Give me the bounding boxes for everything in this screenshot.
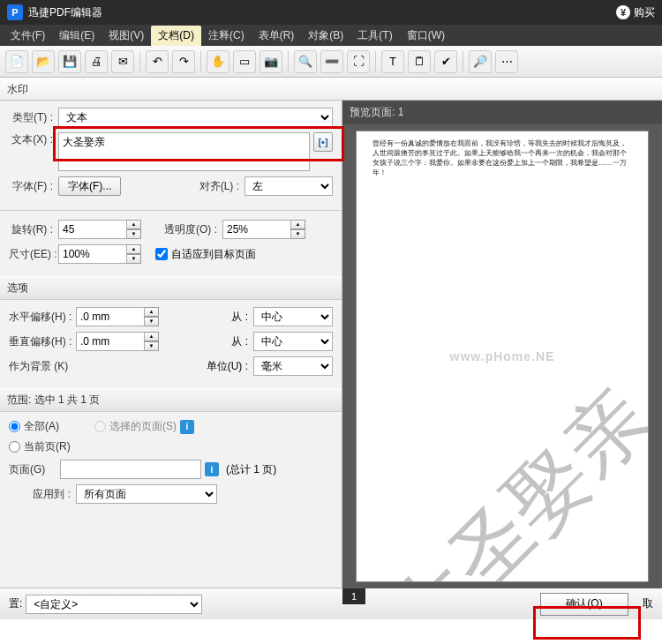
toolbar-mail-icon[interactable]: ✉ bbox=[111, 50, 134, 73]
size-label: 尺寸(EE) : bbox=[9, 247, 53, 262]
toolbar-print-icon[interactable]: 🖨 bbox=[85, 50, 108, 73]
opacity-spinner[interactable]: ▲▼ bbox=[222, 220, 305, 239]
toolbar-text-icon[interactable]: T bbox=[381, 50, 404, 73]
info-icon[interactable]: i bbox=[205, 462, 219, 476]
vfrom-select[interactable]: 中心 bbox=[253, 332, 333, 351]
toolbar-stamp-icon[interactable]: ✔ bbox=[434, 50, 457, 73]
font-button[interactable]: 字体(F)... bbox=[58, 176, 121, 196]
range-all-radio[interactable]: 全部(A) bbox=[9, 419, 59, 434]
hoffset-spinner[interactable]: ▲▼ bbox=[76, 307, 159, 326]
applyto-label: 应用到 : bbox=[9, 487, 71, 502]
toolbar-snap-icon[interactable]: 📷 bbox=[260, 50, 282, 73]
align-label: 对齐(L) : bbox=[195, 179, 239, 194]
toolbar-new-icon[interactable]: 📄 bbox=[5, 50, 28, 73]
rotate-input[interactable] bbox=[58, 220, 127, 239]
preset-select[interactable]: <自定义> bbox=[26, 595, 202, 614]
opacity-label: 透明度(O) : bbox=[155, 222, 217, 237]
type-label: 类型(T) : bbox=[9, 110, 53, 125]
voffset-label: 垂直偏移(H) : bbox=[9, 334, 71, 349]
voffset-spinner[interactable]: ▲▼ bbox=[76, 332, 159, 351]
toolbar-redo-icon[interactable]: ↷ bbox=[172, 50, 195, 73]
menu-object[interactable]: 对象(B) bbox=[301, 26, 350, 46]
preview-panel: 预览页面: 1 曾经有一份真诚的爱情放在我面前，我没有珍惜，等我失去的时候我才后… bbox=[342, 101, 662, 588]
info-icon[interactable]: i bbox=[180, 420, 194, 434]
preview-title: 预览页面: 1 bbox=[342, 101, 662, 124]
menu-form[interactable]: 表单(R) bbox=[252, 26, 302, 46]
currency-icon: ¥ bbox=[616, 5, 630, 19]
page-preview: 曾经有一份真诚的爱情放在我面前，我没有珍惜，等我失去的时候我才后悔莫及，人世间最… bbox=[357, 131, 648, 581]
toolbar-save-icon[interactable]: 💾 bbox=[58, 50, 81, 73]
pages-input[interactable] bbox=[60, 460, 201, 479]
vfrom-label: 从 : bbox=[231, 334, 248, 349]
text-label: 文本(X) : bbox=[9, 132, 53, 147]
toolbar-undo-icon[interactable]: ↶ bbox=[146, 50, 169, 73]
menu-view[interactable]: 视图(V) bbox=[102, 26, 151, 46]
rotate-label: 旋转(R) : bbox=[9, 222, 53, 237]
range-current-radio[interactable]: 当前页(R) bbox=[9, 439, 71, 454]
watermark-text: 大圣娶亲 bbox=[368, 366, 648, 581]
text-input[interactable]: 大圣娶亲 bbox=[58, 132, 310, 171]
toolbar-search-icon[interactable]: 🔎 bbox=[469, 50, 492, 73]
menubar: 文件(F) 编辑(E) 视图(V) 文档(D) 注释(C) 表单(R) 对象(B… bbox=[0, 25, 662, 46]
cancel-button[interactable]: 取 bbox=[643, 596, 653, 611]
toolbar-more-icon[interactable]: ⋯ bbox=[495, 50, 518, 73]
toolbar-hand-icon[interactable]: ✋ bbox=[207, 50, 229, 73]
font-label: 字体(F) : bbox=[9, 179, 53, 194]
unit-label: 单位(U) : bbox=[207, 359, 248, 374]
hfrom-select[interactable]: 中心 bbox=[253, 307, 333, 326]
center-watermark: www.pHome.NE bbox=[450, 349, 555, 363]
footer: 置: <自定义> 确认(O) 取 bbox=[0, 588, 662, 619]
hoffset-label: 水平偏移(H) : bbox=[9, 310, 71, 325]
pages-label: 页面(G) bbox=[9, 462, 55, 477]
app-title: 迅捷PDF编辑器 bbox=[28, 5, 102, 20]
unit-select[interactable]: 毫米 bbox=[253, 356, 333, 376]
options-title: 选项 bbox=[0, 276, 342, 300]
align-select[interactable]: 左 bbox=[244, 176, 333, 196]
macro-button[interactable]: [•] bbox=[313, 132, 333, 152]
type-select[interactable]: 文本 bbox=[58, 108, 333, 127]
hfrom-label: 从 : bbox=[231, 310, 248, 325]
menu-comment[interactable]: 注释(C) bbox=[201, 26, 252, 46]
opacity-input[interactable] bbox=[222, 220, 291, 239]
titlebar: P 迅捷PDF编辑器 ¥ 购买 bbox=[0, 0, 662, 25]
toolbar-zoomout-icon[interactable]: ➖ bbox=[320, 50, 343, 73]
applyto-select[interactable]: 所有页面 bbox=[76, 484, 217, 504]
toolbar-open-icon[interactable]: 📂 bbox=[32, 50, 55, 73]
toolbar-note-icon[interactable]: 🗒 bbox=[408, 50, 431, 73]
buy-link[interactable]: 购买 bbox=[634, 5, 655, 20]
toolbar-fit-icon[interactable]: ⛶ bbox=[347, 50, 370, 73]
menu-edit[interactable]: 编辑(E) bbox=[52, 26, 102, 46]
size-spinner[interactable]: ▲▼ bbox=[58, 244, 141, 264]
rotate-spinner[interactable]: ▲▼ bbox=[58, 220, 141, 239]
menu-document[interactable]: 文档(D) bbox=[151, 26, 201, 46]
toolbar: 📄 📂 💾 🖨 ✉ ↶ ↷ ✋ ▭ 📷 🔍 ➖ ⛶ T 🗒 ✔ 🔎 ⋯ bbox=[0, 46, 662, 78]
app-logo: P bbox=[7, 4, 23, 20]
dialog-title: 水印 bbox=[0, 78, 662, 101]
toolbar-select-icon[interactable]: ▭ bbox=[233, 50, 256, 73]
page-body-text: 曾经有一份真诚的爱情放在我面前，我没有珍惜，等我失去的时候我才后悔莫及，人世间最… bbox=[372, 139, 632, 177]
menu-file[interactable]: 文件(F) bbox=[4, 26, 52, 46]
range-selected-radio[interactable]: 选择的页面(S) bbox=[94, 419, 177, 434]
ok-button[interactable]: 确认(O) bbox=[540, 593, 628, 616]
menu-tool[interactable]: 工具(T) bbox=[350, 26, 399, 46]
page-number-badge: 1 bbox=[342, 588, 365, 604]
range-title: 范围: 选中 1 共 1 页 bbox=[0, 388, 342, 412]
size-input[interactable] bbox=[58, 244, 127, 264]
toolbar-zoomin-icon[interactable]: 🔍 bbox=[294, 50, 317, 73]
menu-window[interactable]: 窗口(W) bbox=[400, 26, 452, 46]
asbg-label: 作为背景 (K) bbox=[9, 359, 71, 374]
fit-checkbox-input[interactable] bbox=[155, 248, 168, 260]
fit-checkbox[interactable]: 自适应到目标页面 bbox=[155, 247, 256, 262]
pages-note: (总计 1 页) bbox=[226, 462, 276, 477]
settings-panel: 类型(T) : 文本 文本(X) : 大圣娶亲 [•] 字体(F) : 字体(F… bbox=[0, 101, 342, 588]
hoffset-input[interactable] bbox=[76, 307, 145, 326]
voffset-input[interactable] bbox=[76, 332, 145, 351]
preset-label: 置: bbox=[9, 596, 22, 611]
